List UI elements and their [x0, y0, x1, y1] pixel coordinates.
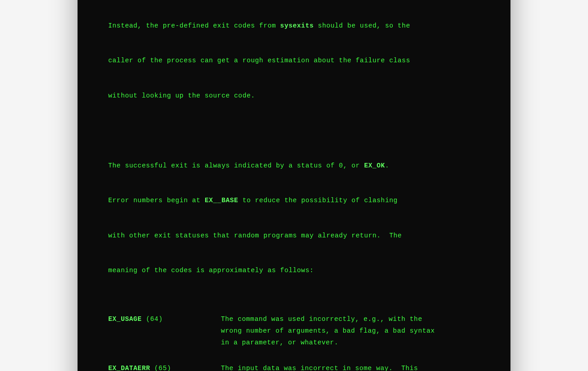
terminal-window: ⌂ cj — less ‹ man sysexits — 80×25 Accor…	[78, 0, 510, 371]
definition-item: EX_DATAERR (65)The input data was incorr…	[108, 363, 502, 371]
exit-code-name: EX_DATAERR	[108, 365, 150, 371]
blank-line	[86, 125, 502, 137]
definition-term: EX_USAGE (64)	[108, 314, 221, 348]
man-line: The successful exit is always indicated …	[108, 160, 502, 172]
exit-code-number: (64)	[142, 315, 163, 323]
terminal-content[interactable]: According to style(9), it is not a good …	[78, 0, 510, 371]
man-paragraph: The successful exit is always indicated …	[108, 137, 502, 300]
man-line: meaning of the codes is approximately as…	[108, 265, 502, 277]
definition-desc: The command was used incorrectly, e.g., …	[221, 314, 502, 348]
man-line: caller of the process can get a rough es…	[108, 55, 502, 67]
exit-code-number: (65)	[150, 365, 171, 371]
bold-term: sysexits	[280, 22, 313, 29]
definition-term: EX_DATAERR (65)	[108, 363, 221, 371]
definition-list: EX_USAGE (64)The command was used incorr…	[86, 314, 502, 371]
definition-desc: The input data was incorrect in some way…	[221, 363, 502, 371]
blank-line	[86, 349, 502, 361]
man-line: with other exit statuses that random pro…	[108, 230, 502, 242]
man-line: Instead, the pre-defined exit codes from…	[108, 20, 502, 32]
man-line: Error numbers begin at EX__BASE to reduc…	[108, 195, 502, 207]
exit-code-name: EX_USAGE	[108, 315, 142, 323]
man-paragraph: According to style(9), it is not a good …	[108, 0, 502, 125]
bold-term: EX__BASE	[205, 197, 238, 204]
man-line: without looking up the source code.	[108, 90, 502, 102]
blank-line	[86, 300, 502, 311]
definition-item: EX_USAGE (64)The command was used incorr…	[108, 314, 502, 348]
bold-term: EX_OK	[364, 162, 385, 169]
